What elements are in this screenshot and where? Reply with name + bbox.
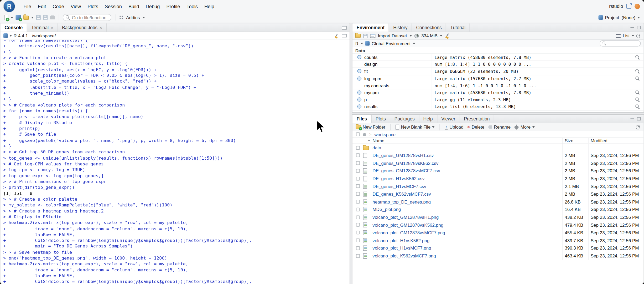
clear-console-icon[interactable] [334,33,339,38]
select-all-checkbox[interactable] [356,133,360,136]
file-checkbox[interactable] [356,200,360,204]
file-checkbox[interactable] [356,215,360,219]
tab-environment[interactable]: Environment [352,23,389,32]
file-row[interactable]: volcano_plot_GM12878vsH1.png438.2 KBSep … [352,214,644,221]
environment-selector[interactable]: Global Environment [372,41,411,46]
file-checkbox[interactable] [356,223,360,227]
menu-item-plots[interactable]: Plots [84,2,102,11]
minimize-pane-icon[interactable] [630,27,634,28]
new-file-icon[interactable] [4,15,8,20]
minimize-pane-icon[interactable] [630,118,634,119]
environment-row[interactable]: mycpmLarge matrix (458680 elements, 7.8 … [352,89,644,96]
column-header-size[interactable]: Size [565,138,573,143]
inspect-icon[interactable] [635,76,640,81]
refresh-files-icon[interactable] [636,125,640,129]
file-row[interactable]: DE_genes_H1vsMCF7.csv2.1 MBSep 23, 2024,… [352,182,644,190]
language-selector[interactable]: R [355,41,359,46]
environment-search-input[interactable] [600,40,641,46]
print-icon[interactable] [50,16,55,19]
menu-item-code[interactable]: Code [49,2,67,11]
addins-caret-icon[interactable] [142,17,145,18]
column-header-name[interactable]: Name [372,138,384,143]
save-all-icon[interactable] [43,15,48,20]
file-name[interactable]: DE_genes_K562vsMCF7.csv [372,191,431,196]
inspect-icon[interactable] [635,90,640,95]
load-workspace-icon[interactable] [355,34,361,38]
tab-history[interactable]: History [389,23,412,32]
file-name[interactable]: volcano_plot_K562vsMCF7.png [372,253,436,258]
inspect-icon[interactable] [635,69,640,74]
tab-plots[interactable]: Plots [371,115,390,123]
list-view-caret-icon[interactable] [632,35,634,37]
menu-item-build[interactable]: Build [125,2,142,11]
rename-button[interactable]: Rename [488,125,511,130]
r-version-caret-icon[interactable] [9,35,12,36]
tab-viewer[interactable]: Viewer [437,115,460,123]
console-body[interactable]: > for (name in names(results)) {+ write.… [1,40,350,284]
import-dataset-caret-icon[interactable] [409,35,412,37]
environment-row[interactable]: my.contrastsnum [1:4, 1:6] 1 -1 0 0 1 0 … [352,82,644,89]
environment-caret-icon[interactable] [413,43,415,44]
maximize-pane-icon[interactable] [342,26,347,29]
file-name[interactable]: heatmap_top_DE_genes.png [372,199,431,204]
file-checkbox[interactable] [356,231,360,235]
file-name[interactable]: volcano_plot_H1vsK562.png [372,238,429,243]
environment-row[interactable]: pLarge gg (11 elements, 2.3 MB) [352,96,644,103]
inspect-icon[interactable] [635,105,640,109]
new-file-caret-icon[interactable] [11,17,13,18]
file-name[interactable]: volcano_plot_GM12878vsK562.png [372,222,443,227]
list-view-button[interactable]: List [623,33,630,38]
home-icon[interactable] [363,133,366,136]
file-checkbox[interactable] [356,239,360,242]
file-row[interactable]: volcano_plot_K562vsMCF7.png463.4 KBSep 2… [352,252,644,260]
environment-row[interactable]: log_cpmLarge matrix (157680 elements, 2.… [352,75,644,82]
file-name[interactable]: DE_genes_GM12878vsK562.csv [372,161,438,166]
tab-tutorial[interactable]: Tutorial [446,23,470,32]
file-row[interactable]: volcano_plot_H1vsK562.png439.7 KBSep 23,… [352,237,644,244]
column-header-modified[interactable]: Modified [591,138,607,143]
file-name[interactable]: volcano_plot_GM12878vsMCF7.png [372,230,445,235]
file-name[interactable]: volcano_plot_GM12878vsH1.png [372,215,439,220]
open-file-caret-icon[interactable] [31,17,34,18]
close-icon[interactable]: × [51,25,53,30]
file-row[interactable]: DE_genes_K562vsMCF7.csv2 MBSep 23, 2024,… [352,190,644,198]
inspect-icon[interactable] [635,55,640,60]
tab-presentation[interactable]: Presentation [460,115,494,123]
tab-connections[interactable]: Connections [412,23,446,32]
file-checkbox[interactable] [356,184,360,188]
open-file-icon[interactable] [23,16,29,20]
upload-button[interactable]: ↑ Upload [445,125,464,130]
open-new-session-icon[interactable] [626,4,631,9]
tab-console[interactable]: Console [1,23,27,32]
file-name[interactable]: data [372,145,381,150]
menu-item-profile[interactable]: Profile [163,2,183,11]
addins-button[interactable]: Addins [126,15,140,20]
menu-item-session[interactable]: Session [101,2,125,11]
file-row[interactable]: volcano_plot_GM12878vsK562.png479.4 KBSe… [352,221,644,229]
menu-item-tools[interactable]: Tools [183,2,201,11]
project-menu[interactable]: Project: (None) [598,15,644,20]
breadcrumb-workspace[interactable]: workspace [375,132,396,137]
tab-terminal[interactable]: Terminal× [27,23,58,32]
environment-row[interactable]: countsLarge matrix (458680 elements, 7.8… [352,54,644,61]
menu-item-debug[interactable]: Debug [142,2,163,11]
memory-caret-icon[interactable] [440,35,442,37]
file-row[interactable]: DE_genes_H1vsK562.csv2 MBSep 23, 2024, 1… [352,175,644,182]
file-name[interactable]: DE_genes_GM12878vsH1.csv [372,153,434,158]
new-project-icon[interactable] [15,15,21,20]
save-icon[interactable] [36,15,41,20]
file-checkbox[interactable] [356,169,360,173]
file-checkbox[interactable] [356,192,360,196]
environment-row[interactable]: designnum [1:8, 1:4] 1 1 0 0 0 0 0 0 0 0… [352,61,644,68]
maximize-pane-icon[interactable] [637,117,641,121]
import-dataset-button[interactable]: Import Dataset [378,33,407,38]
language-caret-icon[interactable] [361,43,363,44]
file-row[interactable]: volcano_plot_H1vsMCF7.png390.3 KBSep 23,… [352,244,644,252]
memory-usage-label[interactable]: 334 MiB [421,33,438,38]
file-checkbox[interactable] [356,154,360,157]
maximize-pane-icon[interactable] [637,26,641,29]
menu-item-view[interactable]: View [67,2,84,11]
tab-packages[interactable]: Packages [390,115,419,123]
environment-row[interactable]: fitLarge DGEGLM (22 elements, 20 MB) [352,68,644,75]
file-name[interactable]: MDS_plot.png [372,207,401,212]
